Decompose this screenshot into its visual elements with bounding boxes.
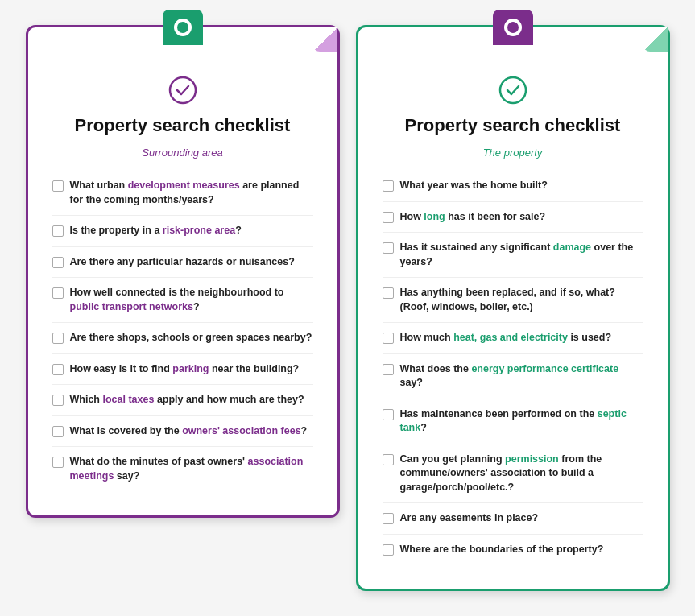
- item-text: Are there shops, schools or green spaces…: [70, 331, 313, 345]
- left-clipboard: Property search checklist Surrounding ar…: [26, 25, 340, 519]
- right-clip: [493, 10, 533, 45]
- list-item: Can you get planning permission from the…: [383, 453, 643, 504]
- text-part: near the building?: [209, 363, 299, 374]
- checkbox[interactable]: [52, 225, 64, 237]
- list-item: Has maintenance been performed on the se…: [383, 407, 643, 444]
- checkbox[interactable]: [52, 257, 64, 268]
- text-highlight: development measures: [128, 180, 240, 191]
- text-part: How well connected is the neighbourhood …: [70, 287, 284, 298]
- text-highlight: energy performance certificate: [471, 363, 618, 374]
- checkbox[interactable]: [383, 364, 394, 375]
- item-text: Where are the boundaries of the property…: [400, 543, 643, 557]
- text-part: say?: [114, 470, 139, 482]
- list-item: What is covered by the owners' associati…: [52, 424, 313, 448]
- text-part: say?: [400, 377, 424, 388]
- checkbox[interactable]: [383, 409, 394, 420]
- item-text: Which local taxes apply and how much are…: [70, 393, 313, 407]
- text-part: What urban: [70, 180, 128, 191]
- item-text: Can you get planning permission from the…: [400, 453, 643, 495]
- text-part: ?: [301, 425, 308, 436]
- item-text: Is the property in a risk-prone area?: [70, 224, 313, 238]
- text-part: is used?: [568, 332, 611, 343]
- list-item: How long has it been for sale?: [383, 210, 643, 234]
- text-highlight: parking: [172, 363, 209, 374]
- list-item: Is the property in a risk-prone area?: [52, 224, 313, 247]
- checkbox[interactable]: [383, 333, 394, 344]
- text-part: How: [400, 211, 424, 222]
- list-item: What does the energy performance certifi…: [383, 362, 643, 399]
- text-part: Are any easements in place?: [400, 512, 539, 523]
- text-part: How easy is it to find: [70, 363, 173, 374]
- text-highlight: local taxes: [102, 394, 154, 405]
- item-text: How easy is it to find parking near the …: [70, 362, 313, 377]
- text-part: What year was the home built?: [400, 180, 548, 191]
- left-title: Property search checklist: [52, 114, 313, 138]
- checkbox[interactable]: [383, 454, 394, 465]
- item-text: What urban development measures are plan…: [70, 179, 313, 207]
- checkbox[interactable]: [383, 242, 394, 254]
- text-part: What is covered by the: [70, 425, 183, 436]
- checkbox[interactable]: [52, 364, 64, 375]
- list-item: What urban development measures are plan…: [52, 179, 313, 216]
- item-text: Has anything been replaced, and if so, w…: [400, 286, 643, 314]
- list-item: Where are the boundaries of the property…: [383, 543, 643, 565]
- right-clipboard: Property search checklist The property W…: [356, 25, 670, 592]
- checkbox[interactable]: [52, 287, 64, 299]
- item-text: Are any easements in place?: [400, 511, 643, 526]
- text-part: ?: [420, 422, 427, 433]
- list-item: Are there any particular hazards or nuis…: [52, 255, 313, 279]
- text-part: Has anything been replaced, and if so, w…: [400, 287, 615, 312]
- checkbox[interactable]: [52, 395, 64, 406]
- text-part: Which: [70, 394, 103, 405]
- text-part: Has it sustained any significant: [400, 242, 553, 253]
- left-clip-ring: [174, 19, 192, 36]
- svg-point-0: [170, 77, 196, 103]
- checkbox[interactable]: [383, 212, 394, 223]
- item-text: How well connected is the neighbourhood …: [70, 286, 313, 314]
- text-part: What do the minutes of past owners': [70, 456, 248, 467]
- item-text: Are there any particular hazards or nuis…: [70, 255, 313, 270]
- left-checklist: What urban development measures are plan…: [52, 179, 313, 491]
- right-corner-fold: [643, 27, 668, 52]
- checkbox[interactable]: [52, 180, 64, 192]
- item-text: What year was the home built?: [400, 179, 643, 193]
- list-item: What year was the home built?: [383, 179, 643, 202]
- list-item: What do the minutes of past owners' asso…: [52, 455, 313, 491]
- checkbox[interactable]: [383, 180, 394, 192]
- text-part: Are there any particular hazards or nuis…: [70, 256, 295, 267]
- checkbox[interactable]: [52, 333, 64, 344]
- right-checklist: What year was the home built? How long h…: [383, 179, 643, 564]
- text-highlight: permission: [505, 453, 559, 465]
- list-item: How much heat, gas and electricity is us…: [383, 331, 643, 354]
- right-check-icon: [383, 76, 643, 108]
- list-item: Which local taxes apply and how much are…: [52, 393, 313, 416]
- text-part: Are there shops, schools or green spaces…: [70, 332, 312, 343]
- left-check-icon: [52, 76, 313, 108]
- list-item: How well connected is the neighbourhood …: [52, 286, 313, 323]
- checkbox[interactable]: [383, 544, 394, 556]
- list-item: Has it sustained any significant damage …: [383, 241, 643, 278]
- text-part: How much: [400, 332, 454, 343]
- text-part: apply and how much are they?: [154, 394, 304, 405]
- list-item: How easy is it to find parking near the …: [52, 362, 313, 386]
- text-highlight: public transport networks: [70, 301, 194, 312]
- right-subtitle: The property: [383, 147, 643, 159]
- svg-point-1: [500, 77, 526, 103]
- item-text: What do the minutes of past owners' asso…: [70, 455, 313, 483]
- right-title: Property search checklist: [383, 114, 643, 138]
- checkbox[interactable]: [52, 426, 64, 437]
- page-container: Property search checklist Surrounding ar…: [26, 25, 670, 592]
- text-part: Has maintenance been performed on the: [400, 408, 598, 420]
- list-item: Has anything been replaced, and if so, w…: [383, 286, 643, 323]
- right-clip-ring: [504, 19, 522, 36]
- list-item: Are any easements in place?: [383, 511, 643, 535]
- text-part: ?: [193, 301, 200, 312]
- checkbox[interactable]: [383, 287, 394, 299]
- item-text: What is covered by the owners' associati…: [70, 424, 313, 439]
- checkbox[interactable]: [52, 457, 64, 468]
- item-text: How long has it been for sale?: [400, 210, 643, 225]
- checkbox[interactable]: [383, 513, 394, 524]
- item-text: Has maintenance been performed on the se…: [400, 407, 643, 436]
- text-highlight: owners' association fees: [182, 425, 300, 436]
- text-part: has it been for sale?: [445, 211, 545, 222]
